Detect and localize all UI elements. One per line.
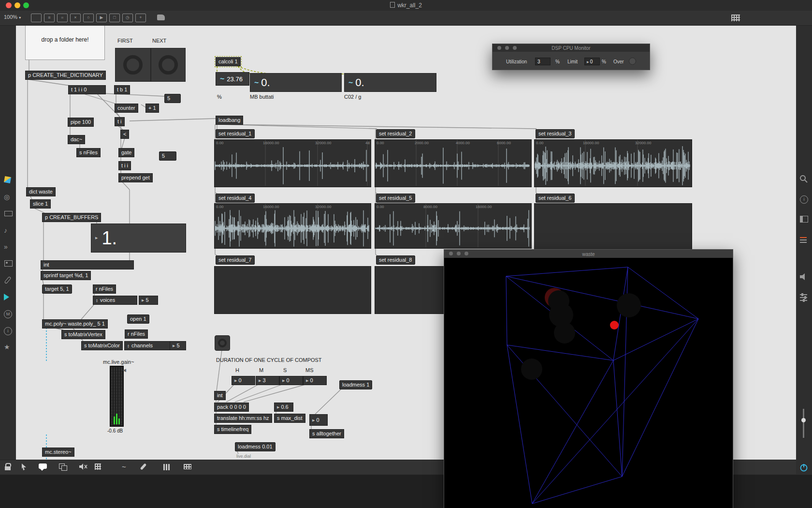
co2-signal-number[interactable]: ~0. bbox=[344, 73, 436, 92]
waveform-residual-7[interactable] bbox=[214, 266, 371, 314]
paperclip-icon[interactable] bbox=[4, 276, 12, 284]
channels-number-box[interactable]: ▶5 bbox=[170, 341, 186, 350]
zoom-slider-track[interactable] bbox=[803, 409, 804, 438]
disc-icon[interactable]: ◎ bbox=[4, 194, 10, 200]
set-residual-3-message[interactable]: set residual_3 bbox=[536, 129, 575, 138]
favorites-star-icon[interactable]: ★ bbox=[4, 344, 10, 350]
search-icon[interactable] bbox=[799, 175, 808, 183]
send-timelinefreq-object[interactable]: s timelinefreq bbox=[214, 425, 251, 434]
send-tomatrixcolor[interactable]: s toMatrixColor bbox=[81, 341, 123, 350]
set-residual-8-message[interactable]: set residual_8 bbox=[376, 255, 415, 265]
comment-bubble-icon[interactable] bbox=[39, 463, 47, 473]
audio-output-icon[interactable] bbox=[4, 294, 13, 300]
sidebar-panel-icon[interactable] bbox=[800, 216, 808, 223]
voices-dropdown[interactable]: ▲▼ voices bbox=[93, 296, 137, 305]
sprintf-object[interactable]: sprintf target %d, 1 bbox=[41, 271, 91, 280]
lock-icon[interactable] bbox=[5, 463, 11, 470]
voices-number-box[interactable]: ▶5 bbox=[139, 296, 158, 305]
max-m-icon[interactable]: M bbox=[4, 310, 12, 318]
waveform-residual-4[interactable]: 0.00 16000.00 32000.00 bbox=[214, 203, 371, 249]
trigger-b1-object[interactable]: t b 1 bbox=[114, 85, 130, 94]
calcoli-subpatch[interactable]: calcoli 1 bbox=[216, 57, 241, 66]
pack-object[interactable]: pack 0 0 0 0 bbox=[214, 403, 249, 412]
packages-cube-icon[interactable] bbox=[4, 176, 11, 183]
new-object-icon[interactable] bbox=[31, 14, 42, 22]
alltogether-number-box[interactable]: ▶0 bbox=[309, 414, 328, 426]
int-object-b[interactable]: int bbox=[214, 391, 226, 400]
set-residual-7-message[interactable]: set residual_7 bbox=[216, 255, 255, 265]
send-nfiles-object[interactable]: s nFiles bbox=[76, 148, 101, 157]
first-button[interactable] bbox=[115, 48, 151, 82]
send-maxdist-object[interactable]: s max_dist bbox=[274, 414, 305, 423]
translate-object[interactable]: translate hh:mm:ss hz bbox=[214, 414, 272, 423]
panel-icon[interactable]: □ bbox=[109, 14, 120, 22]
paint-tool-icon[interactable] bbox=[157, 15, 165, 20]
console-list-icon[interactable] bbox=[800, 237, 807, 243]
set-residual-1-message[interactable]: set residual_1 bbox=[216, 129, 255, 138]
target-message[interactable]: target 5, 1 bbox=[42, 284, 72, 294]
drop-folder-panel[interactable]: drop a folder here! bbox=[25, 23, 105, 60]
loadmess-1-message[interactable]: loadmess 1 bbox=[339, 380, 372, 389]
message-5a[interactable]: 5 bbox=[164, 94, 181, 103]
keyboard-icon[interactable] bbox=[184, 464, 191, 469]
speaker-icon[interactable] bbox=[799, 273, 808, 281]
dac-object[interactable]: dac~ bbox=[68, 135, 85, 144]
minutes-number-box[interactable]: ▶3 bbox=[256, 376, 279, 385]
mixer-sliders-icon[interactable] bbox=[800, 294, 807, 301]
metro-icon[interactable]: ◷ bbox=[122, 14, 133, 22]
ms-number-box[interactable]: ▶0 bbox=[303, 376, 327, 385]
toggle-icon[interactable]: × bbox=[70, 14, 81, 22]
grid-view-icon[interactable] bbox=[731, 15, 740, 21]
set-residual-2-message[interactable]: set residual_2 bbox=[376, 129, 415, 138]
seconds-number-box[interactable]: ▶0 bbox=[279, 376, 303, 385]
button-icon[interactable]: ○ bbox=[83, 14, 94, 22]
hours-number-box[interactable]: ▶0 bbox=[232, 376, 255, 385]
patchcord-icon[interactable]: ~ bbox=[122, 463, 126, 470]
dsp-window-titlebar[interactable]: DSP CPU Monitor bbox=[493, 44, 650, 52]
inspector-info-icon[interactable]: i bbox=[800, 195, 808, 204]
open-message[interactable]: open 1 bbox=[127, 314, 149, 324]
plus-one-object[interactable]: + 1 bbox=[145, 104, 159, 113]
mc-poly-object[interactable]: mc.poly~ waste.poly_ 5 1 bbox=[42, 319, 108, 329]
gain-handle-icon[interactable]: ◀ bbox=[123, 368, 126, 373]
message-box-icon[interactable]: ≡ bbox=[44, 14, 55, 22]
receive-nfiles-a[interactable]: r nFiles bbox=[93, 284, 116, 294]
image-icon[interactable] bbox=[4, 260, 13, 267]
channels-dropdown[interactable]: ▲▼ channels bbox=[124, 341, 171, 350]
waveform-residual-3[interactable]: 0.00 16000.00 32000.00 bbox=[534, 139, 692, 187]
int-object-a[interactable]: int bbox=[41, 260, 134, 269]
drawer-icon[interactable] bbox=[4, 211, 13, 216]
dict-waste-object[interactable]: dict waste bbox=[26, 187, 56, 196]
zoom-slider-knob[interactable] bbox=[801, 418, 806, 422]
utilization-value[interactable]: 3 bbox=[535, 58, 551, 65]
trigger-i-object[interactable]: t i bbox=[115, 117, 125, 126]
playbar-icon[interactable]: ▶ bbox=[96, 14, 107, 22]
live-gain-meter[interactable] bbox=[110, 366, 124, 427]
send-alltogether-object[interactable]: s alltogether bbox=[309, 429, 344, 438]
trigger-ii-object[interactable]: t i i bbox=[118, 161, 131, 170]
select-cursor-icon[interactable] bbox=[20, 463, 28, 471]
info-icon[interactable]: i bbox=[4, 327, 12, 335]
zoom-level-dropdown[interactable]: 100% ▾ bbox=[4, 14, 21, 20]
bang-button[interactable] bbox=[215, 335, 230, 351]
loadbang-object[interactable]: loadbang bbox=[216, 116, 243, 125]
counter-object[interactable]: counter bbox=[115, 104, 138, 113]
speaker-mute-icon[interactable] bbox=[79, 463, 88, 470]
loadmess-001-message[interactable]: loadmess 0.01 bbox=[235, 442, 276, 451]
set-residual-5-message[interactable]: set residual_5 bbox=[376, 194, 415, 203]
waste-3d-render[interactable] bbox=[444, 258, 732, 508]
big-number-box[interactable]: ▶ 1. bbox=[91, 224, 186, 253]
set-residual-4-message[interactable]: set residual_4 bbox=[216, 194, 255, 203]
audio-power-icon[interactable] bbox=[799, 463, 808, 472]
create-buffers-subpatch[interactable]: p CREATE_BUFFERS bbox=[42, 213, 101, 222]
prepend-get-object[interactable]: prepend get bbox=[118, 173, 153, 182]
audio-note-icon[interactable]: ♪ bbox=[4, 227, 7, 234]
comment-icon[interactable]: = bbox=[57, 14, 68, 22]
trigger-1ii0-object[interactable]: t 1 i i 0 bbox=[68, 85, 106, 94]
waste-window-titlebar[interactable]: waste bbox=[444, 250, 733, 258]
send-tomatrixvertex[interactable]: s toMatrixVertex bbox=[61, 330, 105, 339]
gate-object[interactable]: gate bbox=[118, 148, 134, 157]
grid-snap-icon[interactable] bbox=[95, 463, 101, 470]
less-than-object[interactable]: < bbox=[120, 130, 129, 139]
create-dictionary-subpatch[interactable]: p CREATE_THE_DICTIONARY bbox=[25, 71, 106, 80]
